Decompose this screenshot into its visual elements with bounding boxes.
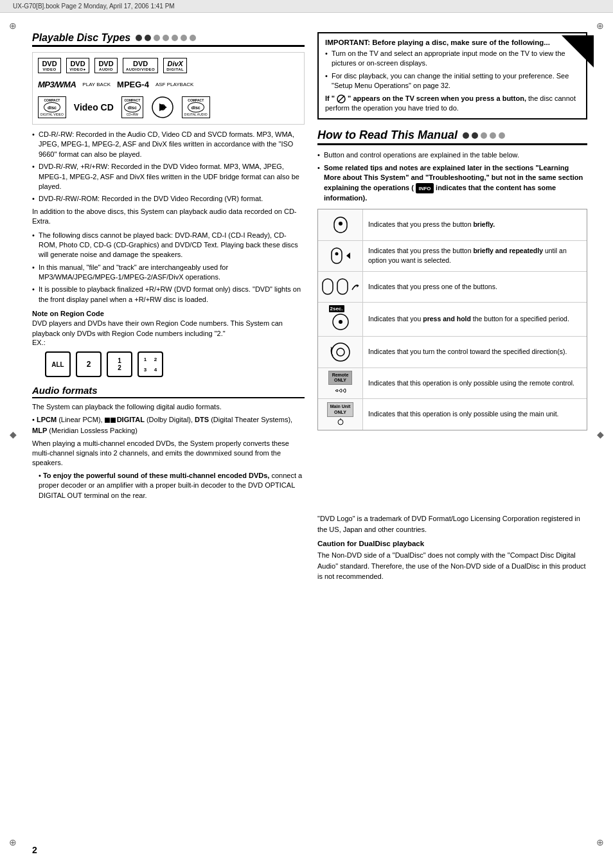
header-bar: UX-G70[B].book Page 2 Monday, April 17, … — [0, 0, 613, 13]
corner-mark-tl: ⊕ — [6, 19, 19, 32]
ctrl-icon-cell-5 — [318, 337, 363, 368]
main-unit-badge: Main Unit ONLY — [327, 402, 354, 417]
controls-table: Indicates that you press the button brie… — [317, 209, 587, 430]
disc-notes: CD-R/-RW: Recorded in the Audio CD, Vide… — [32, 130, 305, 305]
svg-point-14 — [337, 348, 344, 356]
ctrl-icon-cell-1 — [318, 209, 363, 240]
ctrl-text-cell-2: Indicates that you press the button brie… — [363, 241, 587, 271]
mpeg4-logo: MPEG-4 — [117, 80, 149, 89]
ctrl-row-6: Remote ONLY Indicates that this op — [318, 368, 587, 399]
disc-logos-box: DVD VIDEO DVD VIDEO● DVD AUDIO DVD AUDIO… — [32, 52, 305, 125]
region-12-box: 12 — [107, 351, 132, 377]
important-box: IMPORTANT: Before playing a disc, make s… — [317, 32, 587, 120]
2sec-badge: 2sec. — [329, 305, 344, 312]
disc-note-3: DVD-R/-RW/-ROM: Recorded in the DVD Vide… — [32, 194, 305, 204]
corner-mark-mr: ◆ — [594, 428, 607, 441]
dvd-logo-text-2: DVD — [70, 60, 85, 67]
press-briefly-icon — [326, 212, 355, 238]
page-wrapper: ⊕ ⊕ ⊕ ⊕ ◆ ◆ UX-G70[B].book Page 2 Monday… — [0, 0, 613, 868]
important-note: If " " appears on the TV screen when you… — [325, 94, 580, 114]
dvd-audio-sub: AUDIO — [99, 67, 113, 71]
h-dot-5 — [499, 132, 505, 139]
cd-digital-video-logo: COMPACT disc DIGITAL VIDEO — [38, 96, 66, 118]
disc-notes-list: CD-R/-RW: Recorded in the Audio CD, Vide… — [32, 130, 305, 204]
no-symbol-icon — [337, 94, 346, 103]
main-unit-symbol — [335, 418, 346, 426]
powerful-text: • To enjoy the powerful sound of these m… — [32, 471, 305, 500]
divx-text: DivX — [167, 60, 182, 67]
dvd-audio-text: DVD — [98, 60, 113, 67]
powerful-strong: To enjoy the powerful sound of these mul… — [43, 472, 269, 479]
important-title: IMPORTANT: Before playing a disc, make s… — [325, 39, 580, 46]
video-cd-icon — [151, 96, 174, 119]
how-to-read-title: How to Read This Manual — [317, 128, 587, 145]
svg-point-13 — [332, 343, 350, 361]
dvd-video-logo-2: DVD VIDEO● — [66, 58, 89, 73]
h-dot-4 — [490, 132, 496, 139]
arrow-icon — [345, 249, 351, 262]
ctrl-row-3: Indicates that you press one of the butt… — [318, 272, 587, 303]
note-region-text: DVD players and DVDs have their own Regi… — [32, 319, 305, 339]
digital-video-label: DIGITAL VIDEO — [40, 112, 64, 116]
hold-btn-icon — [329, 310, 352, 333]
press-one-of-icon — [321, 276, 360, 297]
remote-only-icon-group: Remote ONLY — [328, 371, 353, 396]
dvd-logo-note: "DVD Logo" is a trademark of DVD Format/… — [317, 513, 587, 535]
corner-mark-bl: ⊕ — [6, 836, 19, 849]
dig-sq-1 — [105, 418, 110, 423]
important-bullet-1: Turn on the TV and select an appropriate… — [325, 49, 580, 69]
video-cd-text: Video CD — [74, 102, 114, 112]
info-badge: INFO — [416, 183, 434, 193]
btn-icon-b — [336, 276, 349, 297]
ctrl-text-1: Indicates that you press the button brie… — [368, 220, 495, 229]
main-unit-icon-group: Main Unit ONLY — [327, 402, 354, 426]
dot-5 — [172, 35, 178, 41]
mp3-wma-logo: MP3/WMA — [38, 80, 76, 89]
dvd-audio-logo: DVD AUDIO — [94, 58, 118, 73]
dot-3 — [154, 35, 160, 41]
right-column: IMPORTANT: Before playing a disc, make s… — [317, 32, 587, 500]
lpcm-line: • LPCM (Linear PCM), DIGITAL (Dolby Digi… — [32, 414, 305, 436]
ctrl-row-5: Indicates that you turn the control towa… — [318, 337, 587, 368]
dvd-av-text: DVD — [133, 60, 148, 67]
cd-rw-logo: COMPACT disc CD+RW — [121, 96, 143, 118]
dts-text: DTS — [195, 416, 209, 424]
dot-1 — [136, 35, 142, 41]
disc-oval-2: disc — [124, 102, 141, 112]
page-number: 2 — [32, 845, 37, 855]
ctrl-row-2: Indicates that you press the button brie… — [318, 241, 587, 272]
ctrl-text-cell-4: Indicates that you press and hold the bu… — [363, 303, 587, 336]
audio-formats-title: Audio formats — [32, 385, 305, 398]
disc-logos-row-2: MP3/WMA PLAY BACK MPEG-4 ASF PLAYBACK — [38, 77, 299, 92]
digital-squares — [105, 418, 116, 423]
dvd-sub-text-1: VIDEO — [42, 67, 56, 71]
ctrl-text-cell-3: Indicates that you press one of the butt… — [363, 272, 587, 302]
curved-arrow-icon — [351, 282, 360, 291]
corner-mark-ml: ◆ — [6, 428, 19, 441]
svg-rect-10 — [337, 279, 348, 294]
svg-rect-9 — [323, 279, 333, 294]
important-bullet-2: For disc playback, you can change the in… — [325, 71, 580, 91]
digital-text: DIGITAL — [117, 414, 145, 425]
sound-waves-icon — [334, 386, 347, 395]
multi-channel-text: When playing a multi-channel encoded DVD… — [32, 439, 305, 468]
cd-rw-label: CD+RW — [127, 112, 138, 116]
dvd-lights-text: It is possible to playback finalized +R/… — [32, 285, 305, 305]
dvd-av-logo: DVD AUDIO/VIDEO — [123, 58, 158, 73]
disc-note-2: DVD-R/-RW, +R/+RW: Recorded in the DVD V… — [32, 162, 305, 191]
intro-bullet-1: Button and control operations are explai… — [317, 150, 587, 160]
important-bullets-list: Turn on the TV and select an appropriate… — [325, 49, 580, 91]
note-region-section: Note on Region Code DVD players and DVDs… — [32, 310, 305, 377]
interchangeable-text: In this manual, "file" and "track" are i… — [32, 263, 305, 283]
briefly-repeatedly-strong: briefly and repeatedly — [473, 247, 543, 254]
ctrl-row-4: 2sec. Indicates that you press and hold … — [318, 303, 587, 337]
divx-sub: DIGITAL — [166, 67, 184, 71]
region-codes: ALL 2 12 12 34 — [45, 351, 305, 377]
appears-text: " appears on the TV screen when you pres… — [348, 94, 526, 102]
ctrl-icon-cell-6: Remote ONLY — [318, 368, 363, 398]
ctrl-text-3: Indicates that you press one of the butt… — [368, 282, 497, 292]
if-text: If " — [325, 94, 337, 102]
press-hold-strong: press and hold — [423, 315, 471, 323]
bottom-section: "DVD Logo" is a trademark of DVD Format/… — [0, 513, 613, 600]
turn-control-icon — [328, 339, 353, 365]
